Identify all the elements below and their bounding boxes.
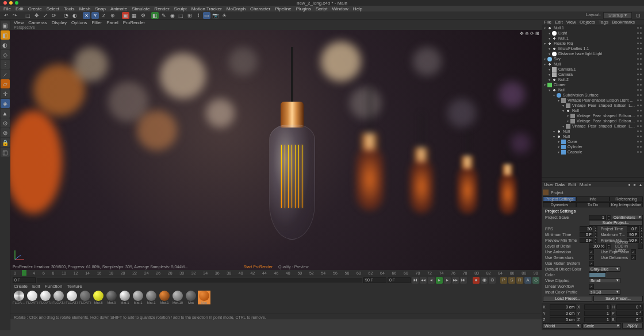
expand-icon[interactable]: ▾	[549, 78, 550, 82]
material-item[interactable]: Mat.9	[105, 291, 118, 304]
expand-icon[interactable]: ▾	[553, 93, 555, 97]
attr-tab[interactable]: Project Settings	[543, 196, 576, 202]
material-menu-item[interactable]: Edit	[32, 284, 40, 289]
rotate-icon[interactable]: ⟳	[50, 12, 57, 19]
coord-rot-input[interactable]: 0 °	[616, 317, 643, 322]
expand-icon[interactable]: ▾	[549, 67, 550, 71]
project-scale-input[interactable]: 1	[589, 215, 606, 220]
prop-checkbox[interactable]: ✓	[589, 261, 594, 266]
main-menu-item[interactable]: Select	[47, 6, 59, 11]
expand-icon[interactable]: ▾	[549, 31, 550, 35]
pen-icon[interactable]: ✎	[160, 12, 167, 19]
model-mode-icon[interactable]: ◧	[1, 30, 10, 40]
project-scale-unit-dropdown[interactable]: Centimeters▾	[612, 215, 643, 220]
bend-icon[interactable]: ⌇	[194, 12, 202, 19]
main-menu-item[interactable]: Character	[250, 6, 270, 11]
object-visibility-dots[interactable]	[637, 110, 642, 111]
object-row[interactable]: ▾Sky	[542, 56, 644, 61]
expand-icon[interactable]: ▾	[544, 57, 546, 61]
material-menu-item[interactable]: Texture	[67, 284, 82, 289]
axis-y-button[interactable]: Y	[91, 12, 99, 19]
expand-icon[interactable]: ▾	[567, 119, 569, 123]
object-row[interactable]: ▾Vintage_Pear_shaped_Edison_Light_Bulb_g…	[542, 123, 644, 129]
material-item[interactable]: Mat.10	[171, 291, 184, 304]
coord-scale-input[interactable]: 1	[584, 317, 611, 322]
coord-rot-input[interactable]: 0 °	[616, 304, 643, 310]
attr-tab[interactable]: Key Interpolation	[610, 202, 643, 207]
object-row[interactable]: ▾Null.1	[542, 36, 644, 41]
attr-tab[interactable]: Referencing	[610, 196, 643, 202]
main-menu-item[interactable]: Render	[154, 6, 169, 11]
attr-tab[interactable]: Info	[576, 196, 610, 202]
prop-input[interactable]: 0 F	[580, 232, 593, 237]
coord-mode1-dropdown[interactable]: World▾	[543, 323, 581, 329]
object-visibility-dots[interactable]	[637, 151, 642, 153]
attr-menu-item[interactable]: Mode	[580, 182, 591, 187]
object-visibility-dots[interactable]	[637, 74, 642, 75]
object-row[interactable]: ▾Null	[542, 134, 644, 139]
camera-icon[interactable]: 📷	[212, 12, 219, 19]
step-fwd-key-icon[interactable]: ▸▸	[452, 277, 459, 284]
goto-start-icon[interactable]: ⏮	[412, 277, 419, 284]
key-rot-icon[interactable]: R	[516, 277, 523, 284]
prop-input[interactable]: 0 F	[627, 226, 639, 231]
timeline-playhead[interactable]	[22, 270, 26, 276]
coord-scale-input[interactable]: 1	[584, 304, 611, 310]
object-visibility-dots[interactable]	[637, 53, 642, 55]
main-menu-item[interactable]: Plugins	[296, 6, 311, 11]
viewport-layout-icon[interactable]: ⊞	[535, 31, 539, 36]
save-preset-button[interactable]: Save Preset...	[593, 296, 643, 302]
viewport-menu-item[interactable]: Filter	[91, 20, 102, 25]
attr-nav-up-icon[interactable]: ▴	[639, 182, 642, 187]
coord-apply-button[interactable]: Apply	[622, 323, 643, 329]
expand-icon[interactable]: ▾	[558, 145, 559, 149]
prop-checkbox[interactable]: ✓	[589, 255, 594, 260]
axis-x-button[interactable]: X	[83, 12, 90, 19]
prop-checkbox[interactable]: ✓	[631, 255, 636, 260]
coord-mode2-dropdown[interactable]: Scale▾	[582, 323, 621, 329]
viewport-pan-icon[interactable]: ✥	[520, 31, 524, 36]
poly-mode-icon[interactable]: ▱	[1, 79, 10, 88]
undo-icon[interactable]: ↶	[2, 12, 10, 19]
subdiv-icon[interactable]: ◉	[168, 12, 176, 19]
move-icon[interactable]: ✥	[33, 12, 40, 19]
object-tree[interactable]: ▾Null.1▾Light▾Null.1▾Floatie Rig▾MicroFl…	[542, 25, 644, 177]
planar-workplane-icon[interactable]: ◫	[1, 148, 10, 157]
object-row[interactable]: ▾Light	[542, 30, 644, 36]
object-row[interactable]: ▾Null	[542, 108, 644, 113]
main-menu-item[interactable]: Create	[28, 6, 42, 11]
material-item[interactable]: Mat.1	[145, 291, 158, 304]
key-pos-icon[interactable]: P	[500, 277, 507, 284]
coord-pos-input[interactable]: 0 cm	[550, 317, 576, 322]
start-prorender-button[interactable]: Start ProRender	[243, 265, 273, 269]
material-menu-item[interactable]: Function	[45, 284, 63, 289]
main-menu-item[interactable]: Motion Tracker	[191, 6, 222, 11]
object-visibility-dots[interactable]	[637, 99, 642, 101]
recent-tool-icon[interactable]: ◔	[62, 12, 70, 19]
expand-icon[interactable]: ▾	[562, 124, 564, 128]
prop-checkbox[interactable]: ✓	[589, 249, 594, 254]
material-item[interactable]: FLOAT.I	[26, 291, 39, 304]
redo-icon[interactable]: ↷	[11, 12, 18, 19]
timeline[interactable]: 0246810121416182022242628303234363840424…	[10, 270, 542, 276]
render-view-icon[interactable]: ▣	[122, 12, 129, 19]
linear-workflow-checkbox[interactable]: ✓	[589, 284, 594, 289]
axis-mode-icon[interactable]: ✛	[1, 89, 10, 98]
objects-menu-item[interactable]: View	[566, 20, 576, 25]
light-icon[interactable]: ☀	[220, 12, 228, 19]
prop-input[interactable]: 0 F	[580, 238, 593, 243]
expand-icon[interactable]: ▾	[549, 72, 550, 76]
record-icon[interactable]: ●	[473, 277, 480, 284]
viewport[interactable]: ProRender: Iteration: 309/500, Progress:…	[10, 30, 542, 270]
object-row[interactable]: ▾Cylinder	[542, 144, 644, 149]
material-item[interactable]: FLOAT.I	[66, 291, 78, 304]
object-row[interactable]: ▾Vintage_Pear_shaped_Edison_Light_Bulb_s…	[542, 103, 644, 108]
object-visibility-dots[interactable]	[637, 84, 642, 86]
prop-stepper[interactable]: ▴▾	[640, 238, 643, 243]
prop-checkbox[interactable]: ✓	[631, 249, 636, 254]
render-pv-icon[interactable]: ▦	[131, 12, 138, 19]
material-item[interactable]: FLOAT.I	[39, 291, 52, 304]
object-row[interactable]: ▾Camera.1	[542, 67, 644, 72]
object-visibility-dots[interactable]	[637, 115, 642, 117]
coord-pos-input[interactable]: 0 cm	[550, 311, 576, 316]
